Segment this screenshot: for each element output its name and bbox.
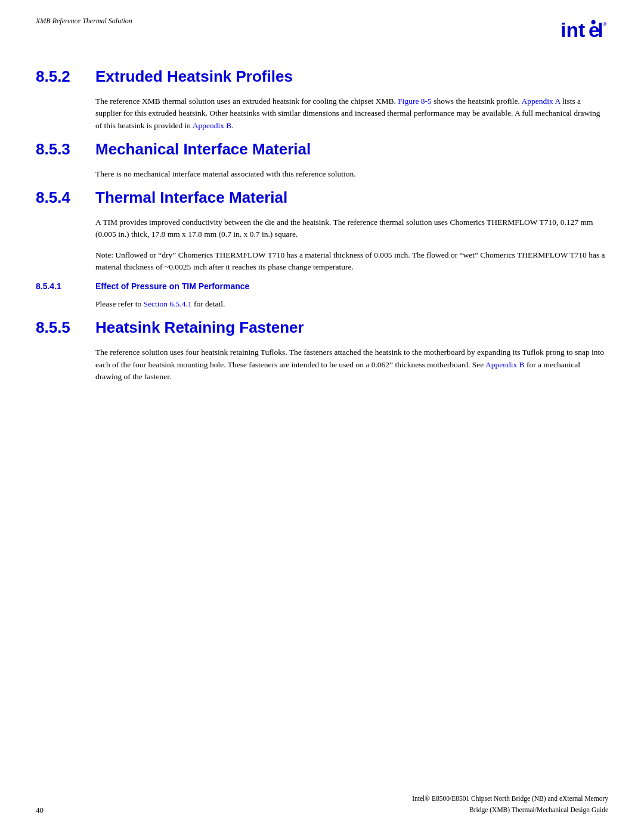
section-853-number: 8.5.3 — [36, 140, 95, 159]
section-855-title: Heatsink Retaining Fastener — [95, 318, 304, 337]
section-8541-title: Effect of Pressure on TIM Performance — [95, 281, 249, 291]
footer-doc-line1: Intel® E8500/E8501 Chipset North Bridge … — [412, 793, 608, 804]
section-854-text-2: Note: Unflowed or “dry” Chomerics THERMF… — [95, 250, 605, 271]
page-footer: 40 Intel® E8500/E8501 Chipset North Brid… — [0, 793, 644, 815]
section-852-heading: 8.5.2 Extruded Heatsink Profiles — [36, 67, 608, 86]
appendix-b-link-1[interactable]: Appendix B — [193, 121, 232, 130]
svg-text:®: ® — [603, 21, 607, 27]
section-8541-body: Please refer to Section 6.5.4.1 for deta… — [95, 298, 608, 310]
section-853-title: Mechanical Interface Material — [95, 140, 311, 159]
page-header: XMB Reference Thermal Solution int e l ® — [0, 0, 644, 44]
section-854-body-2: Note: Unflowed or “dry” Chomerics THERMF… — [95, 249, 608, 274]
header-text: XMB Reference Thermal Solution — [36, 17, 132, 26]
appendix-b-link-2[interactable]: Appendix B — [485, 360, 525, 369]
section-854-title: Thermal Interface Material — [95, 188, 287, 207]
svg-text:int: int — [561, 18, 585, 41]
section-8541-heading: 8.5.4.1 Effect of Pressure on TIM Perfor… — [36, 281, 608, 291]
section-6541-link[interactable]: Section 6.5.4.1 — [144, 299, 192, 308]
section-855-heading: 8.5.5 Heatsink Retaining Fastener — [36, 318, 608, 337]
main-content: 8.5.2 Extruded Heatsink Profiles The ref… — [0, 44, 644, 409]
section-853-body: There is no mechanical interface materia… — [95, 168, 608, 180]
section-852-number: 8.5.2 — [36, 67, 95, 86]
page: XMB Reference Thermal Solution int e l ®… — [0, 0, 644, 833]
section-853-heading: 8.5.3 Mechanical Interface Material — [36, 140, 608, 159]
section-852-body: The reference XMB thermal solution uses … — [95, 95, 608, 132]
section-852-title: Extruded Heatsink Profiles — [95, 67, 293, 86]
footer-page-number: 40 — [36, 806, 44, 815]
section-854-heading: 8.5.4 Thermal Interface Material — [36, 188, 608, 207]
footer-doc-line2: Bridge (XMB) Thermal/Mechanical Design G… — [412, 804, 608, 815]
figure-85-link[interactable]: Figure 8-5 — [398, 97, 432, 106]
section-855-body: The reference solution uses four heatsin… — [95, 346, 608, 383]
section-854-text-1: A TIM provides improved conductivity bet… — [95, 218, 593, 239]
intel-logo-container: int e l ® — [561, 17, 608, 44]
footer-doc-info: Intel® E8500/E8501 Chipset North Bridge … — [412, 793, 608, 815]
section-855-number: 8.5.5 — [36, 318, 95, 337]
section-854-number: 8.5.4 — [36, 188, 95, 207]
intel-logo-icon: int e l ® — [561, 17, 608, 44]
section-854-body-1: A TIM provides improved conductivity bet… — [95, 216, 608, 241]
section-8541-number: 8.5.4.1 — [36, 281, 95, 291]
appendix-a-link-1[interactable]: Appendix A — [522, 97, 561, 106]
section-853-text: There is no mechanical interface materia… — [95, 169, 356, 178]
svg-point-3 — [592, 20, 596, 24]
svg-text:l: l — [597, 18, 603, 41]
